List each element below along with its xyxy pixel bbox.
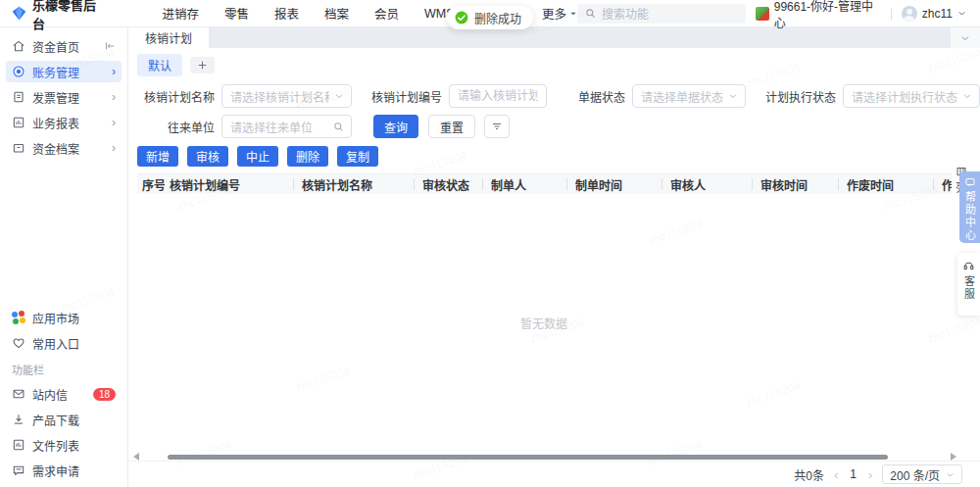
sidebar-item-common-entry[interactable]: 常用入口 bbox=[6, 332, 122, 354]
tab-list-dropdown[interactable] bbox=[951, 27, 980, 48]
app-market-icon bbox=[12, 311, 25, 324]
search-icon bbox=[333, 122, 344, 132]
nav-item-more[interactable]: 更多 bbox=[542, 4, 577, 23]
home-icon bbox=[12, 39, 25, 53]
filter-settings-button[interactable] bbox=[484, 115, 510, 138]
headset-icon bbox=[962, 260, 975, 272]
tab-writeoff-plan[interactable]: 核销计划 bbox=[128, 27, 209, 48]
chevron-down-icon bbox=[946, 470, 955, 479]
empty-text: 暂无数据 bbox=[520, 315, 567, 331]
sidebar-item-funds-home[interactable]: 资金首页 bbox=[6, 35, 122, 57]
table-empty-state: 暂无数据 bbox=[137, 215, 951, 430]
copy-button[interactable]: 复制 bbox=[337, 146, 378, 167]
doc-status-select[interactable]: 请选择单据状态 bbox=[632, 84, 746, 108]
help-center-label: 帮助中心 bbox=[962, 191, 978, 242]
page-size-select[interactable]: 200 条/页 bbox=[882, 464, 962, 484]
scroll-right-arrow[interactable] bbox=[951, 453, 956, 461]
plan-name-select[interactable]: 请选择核销计划名称 bbox=[221, 84, 352, 108]
view-default-pill[interactable]: 默认 bbox=[137, 54, 182, 76]
sidebar-item-invoices[interactable]: 发票管理 › bbox=[6, 86, 122, 108]
sidebar-item-app-market[interactable]: 应用市场 bbox=[6, 307, 122, 328]
tab-bar: 核销计划 bbox=[128, 27, 980, 48]
col-audit-status: 审核状态 bbox=[409, 174, 477, 194]
table-header: 序号 核销计划编号 核销计划名称 审核状态 制单人 制单时间 审核人 审核时间 … bbox=[137, 173, 980, 194]
chevron-down-icon bbox=[957, 9, 966, 18]
header-divider bbox=[891, 8, 892, 20]
audit-button[interactable]: 审核 bbox=[187, 146, 228, 167]
abort-button[interactable]: 中止 bbox=[237, 146, 278, 167]
invoice-icon bbox=[12, 90, 25, 104]
nav-item-reports[interactable]: 报表 bbox=[274, 4, 299, 23]
view-bar: 默认 bbox=[128, 48, 980, 76]
nav-item-purchase[interactable]: 进销存 bbox=[162, 4, 199, 23]
check-circle-icon bbox=[455, 11, 468, 24]
help-chat-icon bbox=[964, 176, 976, 188]
chevron-down-icon bbox=[960, 33, 970, 43]
current-page[interactable]: 1 bbox=[848, 467, 858, 481]
sidebar-item-inbox[interactable]: 站内信 18 bbox=[6, 383, 122, 405]
filter-area: 核销计划名称 请选择核销计划名称 核销计划编号 单据状态 请选择单据状态 bbox=[128, 76, 980, 138]
chevron-right-icon: › bbox=[112, 116, 116, 129]
avatar bbox=[902, 6, 917, 22]
add-view-button[interactable] bbox=[190, 57, 215, 73]
col-auditor: 审核人 bbox=[657, 174, 747, 194]
file-list-icon bbox=[12, 438, 25, 452]
tenant-switcher[interactable]: 99661-你好-管理中心 bbox=[756, 0, 881, 30]
customer-service-tab[interactable]: 客服 bbox=[957, 253, 980, 316]
col-index: 序号 bbox=[137, 174, 165, 194]
plan-no-input[interactable] bbox=[458, 89, 538, 103]
app-logo[interactable]: 乐檬零售后台 bbox=[0, 0, 118, 32]
col-create-time: 制单时间 bbox=[562, 174, 657, 194]
add-button[interactable]: 新增 bbox=[137, 146, 178, 167]
exec-status-select[interactable]: 请选择计划执行状态 bbox=[843, 84, 980, 108]
nav-item-members[interactable]: 会员 bbox=[374, 4, 399, 23]
reset-button[interactable]: 重置 bbox=[428, 115, 475, 138]
tenant-name: 99661-你好-管理中心 bbox=[774, 0, 881, 30]
sidebar-item-request[interactable]: 需求申请 bbox=[6, 460, 122, 481]
col-audit-time: 审核时间 bbox=[747, 174, 833, 194]
next-page-button[interactable]: › bbox=[868, 468, 872, 481]
doc-status-label: 单据状态 bbox=[555, 88, 625, 105]
scrollbar-track[interactable] bbox=[142, 455, 948, 460]
sidebar-collapse-icon[interactable] bbox=[104, 40, 116, 52]
chat-bubble-icon bbox=[12, 463, 25, 477]
pagination-bar: 共0条 ‹ 1 › 200 条/页 bbox=[128, 461, 980, 487]
scroll-left-arrow[interactable] bbox=[133, 453, 139, 461]
nav-item-retail[interactable]: 零售 bbox=[224, 4, 249, 23]
prev-page-button[interactable]: ‹ bbox=[834, 468, 838, 481]
delete-button[interactable]: 删除 bbox=[287, 146, 328, 167]
toast-message: 删除成功 bbox=[474, 10, 521, 26]
total-count: 共0条 bbox=[794, 466, 824, 483]
caret-down-icon bbox=[569, 10, 577, 18]
archive-icon bbox=[12, 141, 25, 155]
user-menu[interactable]: zhc11 bbox=[902, 6, 966, 22]
col-plan-name: 核销计划名称 bbox=[288, 174, 409, 194]
col-plan-no: 核销计划编号 bbox=[165, 174, 288, 194]
header-right: 搜索功能 99661-你好-管理中心 zhc11 bbox=[577, 0, 980, 30]
scrollbar-thumb[interactable] bbox=[168, 455, 888, 460]
sidebar-item-business-reports[interactable]: 业务报表 › bbox=[6, 112, 122, 133]
sidebar-item-product-download[interactable]: 产品下载 bbox=[6, 409, 122, 430]
action-bar: 新增 审核 中止 删除 复制 bbox=[128, 144, 980, 167]
sidebar-item-file-list[interactable]: 文件列表 bbox=[6, 434, 122, 456]
sidebar-item-funds-archive[interactable]: 资金档案 › bbox=[6, 137, 122, 159]
filter-lines-icon bbox=[491, 121, 503, 132]
partner-select[interactable]: 请选择往来单位 bbox=[221, 115, 352, 138]
chevron-right-icon: › bbox=[112, 90, 116, 104]
search-button[interactable]: 查询 bbox=[373, 115, 418, 138]
tenant-logo bbox=[756, 7, 768, 21]
customer-service-label: 客服 bbox=[961, 275, 977, 301]
download-icon bbox=[12, 413, 25, 426]
global-search-input[interactable]: 搜索功能 bbox=[577, 4, 746, 24]
app-title: 乐檬零售后台 bbox=[32, 0, 106, 32]
sidebar-item-accounting[interactable]: 账务管理 › bbox=[6, 61, 122, 82]
nav-item-archives[interactable]: 档案 bbox=[324, 4, 349, 23]
sidebar-section-label: 功能栏 bbox=[0, 356, 127, 381]
content-panel: 默认 核销计划名称 请选择核销计划名称 核销计划编号 单据状态 bbox=[128, 48, 980, 487]
username: zhc11 bbox=[922, 7, 953, 21]
bar-chart-icon bbox=[12, 116, 25, 129]
help-center-tab[interactable]: 帮助中心 bbox=[959, 171, 980, 243]
col-void-time: 作废时间 bbox=[833, 174, 928, 194]
chevron-right-icon: › bbox=[112, 141, 116, 155]
inbox-badge: 18 bbox=[93, 388, 116, 401]
